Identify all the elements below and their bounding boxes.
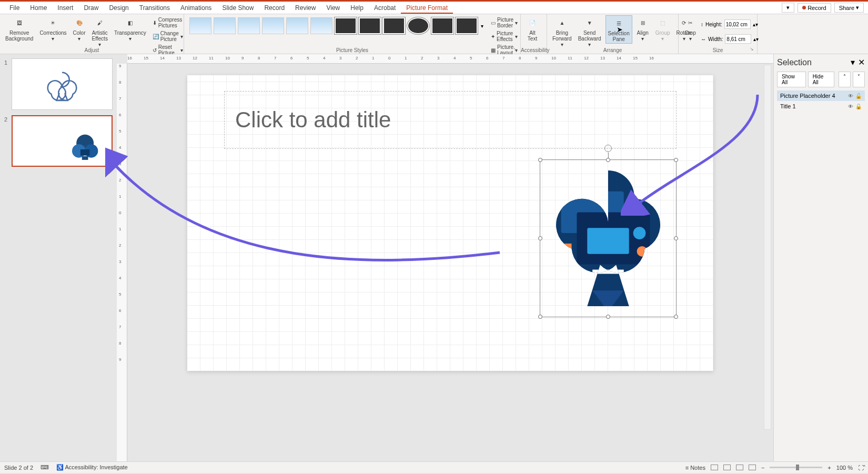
collapse-ribbon-button[interactable]: ˄: [863, 465, 866, 472]
picture-style-gallery[interactable]: ▾: [187, 15, 487, 36]
style-thumb-5[interactable]: [286, 17, 308, 34]
selection-item-picture-placeholder[interactable]: Picture Placeholder 4 👁🔓: [777, 90, 865, 101]
style-thumb-10[interactable]: [407, 17, 429, 34]
zoom-out-button[interactable]: −: [761, 465, 764, 471]
style-thumb-3[interactable]: [238, 17, 260, 34]
transparency-button[interactable]: ◧Transparency▾: [112, 15, 148, 43]
bring-forward-button[interactable]: ▲Bring Forward ▾: [550, 15, 574, 48]
visibility-toggle-icon[interactable]: 👁: [848, 93, 853, 99]
menu-record[interactable]: Record: [259, 2, 290, 14]
resize-handle-nw[interactable]: [538, 158, 542, 162]
style-thumb-11[interactable]: [431, 17, 453, 34]
send-backward-button[interactable]: ▼Send Backward ▾: [576, 15, 603, 48]
vertical-scrollbar[interactable]: [764, 65, 771, 430]
align-button[interactable]: ⊞Align▾: [634, 15, 651, 43]
menu-home[interactable]: Home: [25, 2, 52, 14]
menu-animations[interactable]: Animations: [175, 2, 217, 14]
selection-pane-dropdown-button[interactable]: ▾: [851, 57, 855, 67]
artistic-effects-button[interactable]: 🖌Artistic Effects▾: [90, 15, 110, 48]
zoom-slider[interactable]: [770, 467, 822, 468]
language-icon[interactable]: ⌨: [41, 464, 49, 471]
show-all-button[interactable]: Show All: [777, 72, 806, 87]
styles-dialog-launcher[interactable]: ↘: [513, 46, 519, 53]
remove-background-button[interactable]: 🖼Remove Background: [3, 15, 35, 43]
selection-pane-button[interactable]: ☰Selection Pane: [605, 15, 632, 44]
selection-pane: Selection ▾ ✕ Show All Hide All ˄ ˅ Pict…: [773, 54, 868, 461]
resize-handle-ne[interactable]: [674, 158, 678, 162]
menu-picture-format[interactable]: Picture Format: [401, 2, 453, 14]
alt-text-icon: 📄: [526, 16, 539, 29]
title-placeholder[interactable]: Click to add title: [224, 91, 677, 149]
horizontal-ruler[interactable]: 1615141312111098765432101234567891011121…: [127, 54, 773, 64]
menu-transitions[interactable]: Transitions: [134, 2, 175, 14]
sel-pane-icon: ☰: [612, 17, 625, 29]
slide-sorter-view-button[interactable]: [723, 465, 731, 470]
corrections-button[interactable]: ☀Corrections▾: [37, 15, 68, 43]
lock-toggle-icon[interactable]: 🔓: [855, 104, 862, 109]
menu-bar: File Home Insert Draw Design Transitions…: [0, 2, 868, 14]
slide-thumb-1[interactable]: [12, 58, 113, 110]
visibility-toggle-icon[interactable]: 👁: [848, 104, 853, 109]
share-button[interactable]: Share ▾: [834, 3, 864, 13]
menu-insert[interactable]: Insert: [52, 2, 78, 14]
width-input[interactable]: [725, 34, 751, 44]
slide-thumbnail-panel[interactable]: 1 2: [0, 54, 117, 461]
menu-help[interactable]: Help: [345, 2, 369, 14]
record-button[interactable]: Record: [798, 3, 831, 13]
menu-file[interactable]: File: [4, 2, 25, 14]
style-thumb-7[interactable]: [335, 17, 357, 34]
accessibility-status[interactable]: ♿ Accessibility: Investigate: [56, 464, 128, 471]
reading-view-button[interactable]: [736, 465, 743, 470]
slideshow-view-button[interactable]: [749, 465, 756, 470]
menu-review[interactable]: Review: [290, 2, 321, 14]
alt-text-button[interactable]: 📄Alt Text: [524, 15, 541, 43]
menu-view[interactable]: View: [321, 2, 345, 14]
style-thumb-12[interactable]: [456, 17, 478, 34]
corrections-icon: ☀: [47, 16, 59, 29]
style-thumb-8[interactable]: [359, 17, 381, 34]
width-spinner[interactable]: ▴▾: [753, 36, 759, 42]
compress-pictures-button[interactable]: ⬇Compress Pictures: [150, 16, 185, 29]
resize-handle-se[interactable]: [674, 315, 678, 319]
zoom-level[interactable]: 100 %: [836, 465, 853, 471]
color-button[interactable]: 🎨Color▾: [71, 15, 88, 43]
resize-handle-w[interactable]: [538, 236, 542, 240]
move-up-button[interactable]: ˄: [839, 72, 851, 87]
resize-handle-s[interactable]: [606, 315, 610, 319]
style-thumb-1[interactable]: [189, 17, 211, 34]
menu-slideshow[interactable]: Slide Show: [217, 2, 259, 14]
selection-item-title[interactable]: Title 1 👁🔓: [777, 101, 865, 112]
resize-handle-e[interactable]: [674, 236, 678, 240]
rotate-handle[interactable]: [604, 145, 612, 152]
mode-switch-button[interactable]: ▾: [782, 3, 794, 13]
lock-toggle-icon[interactable]: 🔓: [855, 93, 862, 99]
menu-design[interactable]: Design: [104, 2, 134, 14]
menu-draw[interactable]: Draw: [78, 2, 104, 14]
zoom-in-button[interactable]: +: [827, 465, 831, 471]
style-thumb-4[interactable]: [262, 17, 284, 34]
picture-border-button[interactable]: ▭Picture Border ▾: [489, 16, 520, 29]
height-spinner[interactable]: ▴▾: [753, 22, 758, 27]
hide-all-button[interactable]: Hide All: [808, 72, 834, 87]
change-picture-button[interactable]: 🔄Change Picture ▾: [150, 30, 185, 43]
selected-picture[interactable]: [540, 159, 677, 317]
vertical-ruler[interactable]: 9876543210123456789: [117, 64, 127, 461]
move-down-button[interactable]: ˅: [853, 72, 865, 87]
slide-counter[interactable]: Slide 2 of 2: [4, 465, 33, 471]
height-input[interactable]: [724, 19, 751, 29]
selection-pane-close-button[interactable]: ✕: [858, 57, 865, 67]
style-thumb-9[interactable]: [383, 17, 405, 34]
resize-handle-n[interactable]: [606, 158, 610, 162]
crop-button[interactable]: ✂Crop▾: [682, 15, 699, 43]
menu-acrobat[interactable]: Acrobat: [369, 2, 401, 14]
picture-effects-button[interactable]: ✦Picture Effects ▾: [489, 30, 520, 43]
style-thumb-6[interactable]: [310, 17, 332, 34]
style-thumb-2[interactable]: [214, 17, 236, 34]
resize-handle-sw[interactable]: [538, 315, 542, 319]
gallery-more-button[interactable]: ▾: [480, 22, 485, 30]
slide-thumb-2[interactable]: [12, 115, 113, 167]
normal-view-button[interactable]: [711, 465, 718, 470]
notes-button[interactable]: ≡ Notes: [685, 465, 705, 471]
slide-canvas[interactable]: Click to add title: [187, 75, 713, 371]
size-dialog-launcher[interactable]: ↘: [750, 46, 756, 53]
